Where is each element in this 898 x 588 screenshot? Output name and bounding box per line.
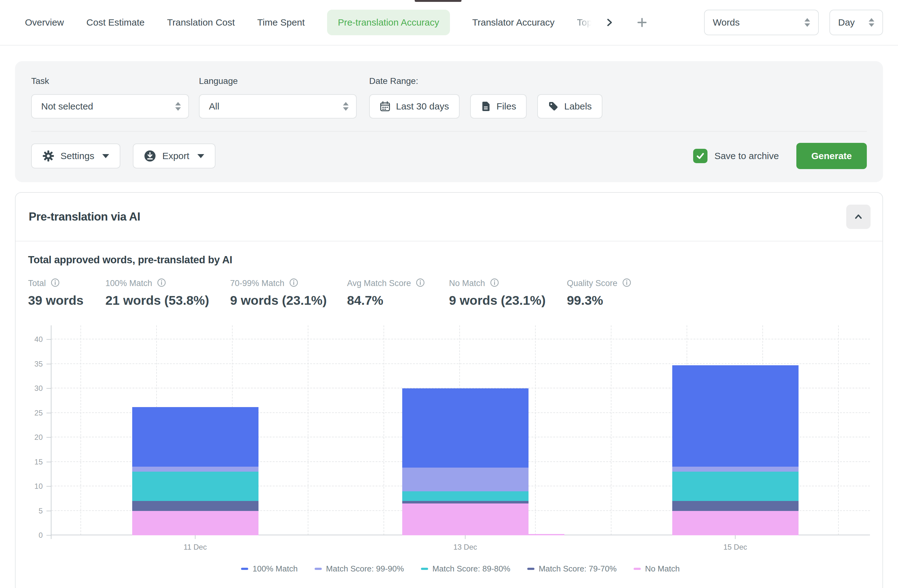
bar-segment-match-score-99-90 — [402, 468, 529, 491]
legend-item-match-score-79-70[interactable]: Match Score: 79-70% — [527, 564, 617, 574]
chevron-up-icon — [853, 211, 864, 222]
language-label: Language — [199, 76, 357, 86]
chevron-right-icon — [604, 17, 615, 28]
tab-time-spent[interactable]: Time Spent — [257, 17, 304, 28]
stat-quality-score: Quality Score99.3% — [567, 278, 631, 308]
select-arrows-icon — [804, 18, 810, 27]
file-icon — [481, 101, 491, 112]
collapse-card-button[interactable] — [846, 205, 870, 229]
y-axis-tick — [46, 364, 51, 364]
task-select[interactable]: Not selected — [31, 94, 189, 119]
stat-70-99-match: 70-99% Match9 words (23.1%) — [230, 278, 347, 308]
date-range-button-label: Last 30 days — [396, 101, 449, 112]
date-range-label: Date Range: — [369, 76, 603, 86]
y-axis-label: 30 — [34, 384, 43, 393]
bar-segment-100-match — [402, 388, 529, 468]
caret-down-icon — [102, 154, 109, 158]
bar-segment-match-score-89-80 — [402, 491, 529, 501]
y-axis-label: 35 — [34, 360, 43, 368]
tab-pre-translation-accuracy[interactable]: Pre-translation Accuracy — [327, 10, 450, 35]
y-axis-tick — [46, 462, 51, 462]
legend-item-match-score-99-90[interactable]: Match Score: 99-90% — [315, 564, 404, 574]
stacked-bar-11-dec[interactable] — [132, 339, 258, 535]
stacked-bar-15-dec[interactable] — [672, 339, 798, 535]
y-axis-label: 10 — [34, 482, 43, 491]
date-range-button[interactable]: Last 30 days — [369, 94, 460, 119]
chart-legend: 100% MatchMatch Score: 99-90%Match Score… — [51, 564, 870, 574]
generate-button[interactable]: Generate — [797, 143, 867, 169]
stat-label: 100% Match — [105, 279, 152, 288]
stacked-bar-13-dec[interactable] — [402, 339, 529, 535]
legend-marker-icon — [634, 568, 641, 570]
language-select[interactable]: All — [199, 94, 357, 119]
info-icon[interactable] — [416, 278, 425, 288]
legend-label: No Match — [645, 564, 680, 574]
info-icon[interactable] — [157, 278, 166, 288]
unit-select[interactable]: Words — [704, 10, 819, 35]
tab-cost-estimate[interactable]: Cost Estimate — [86, 17, 145, 28]
stat-avg-match-score: Avg Match Score84.7% — [347, 278, 449, 308]
legend-marker-icon — [527, 568, 534, 570]
select-arrows-icon — [869, 18, 874, 27]
y-axis-label: 0 — [38, 531, 43, 540]
y-axis-tick — [46, 535, 51, 536]
vertical-gridline — [383, 325, 384, 535]
check-icon — [696, 151, 705, 161]
info-icon[interactable] — [289, 278, 298, 288]
select-arrows-icon — [343, 102, 349, 111]
add-report-button[interactable] — [633, 13, 651, 32]
legend-label: Match Score: 99-90% — [326, 564, 404, 574]
info-icon[interactable] — [51, 278, 60, 288]
save-to-archive-checkbox[interactable] — [693, 149, 707, 163]
period-select[interactable]: Day — [829, 10, 883, 35]
select-arrows-icon — [175, 102, 181, 111]
stat-value: 84.7% — [347, 293, 449, 308]
x-axis-tick — [195, 535, 195, 539]
legend-item-no-match[interactable]: No Match — [634, 564, 680, 574]
legend-item-match-score-89-80[interactable]: Match Score: 89-80% — [421, 564, 511, 574]
settings-button[interactable]: Settings — [31, 143, 120, 168]
export-button[interactable]: Export — [133, 143, 215, 168]
unit-select-value: Words — [713, 17, 740, 28]
calendar-icon — [380, 101, 391, 112]
tab-translation-cost[interactable]: Translation Cost — [167, 17, 235, 28]
download-circle-icon — [144, 150, 156, 162]
bar-segment-no-match — [672, 511, 798, 536]
y-axis-label: 40 — [34, 335, 43, 344]
files-button[interactable]: Files — [470, 94, 527, 119]
tabs-overflow-chevron[interactable] — [600, 13, 619, 32]
tab-overview[interactable]: Overview — [25, 17, 64, 28]
tab-translator-accuracy[interactable]: Translator Accuracy — [472, 17, 555, 28]
x-axis-label: 11 Dec — [184, 543, 207, 551]
top-notch — [415, 0, 461, 2]
tabs-nav: OverviewCost EstimateTranslation CostTim… — [25, 10, 592, 35]
info-icon[interactable] — [490, 278, 499, 288]
stat-label: No Match — [449, 279, 485, 288]
x-axis-tick — [465, 535, 466, 539]
chart-plot-area[interactable]: 051015202530354011 Dec13 Dec15 Dec — [51, 325, 870, 535]
stat-value: 9 words (23.1%) — [449, 293, 567, 308]
labels-button[interactable]: Labels — [537, 94, 602, 119]
y-axis-label: 5 — [38, 506, 43, 515]
save-to-archive-label: Save to archive — [714, 151, 779, 161]
vertical-gridline — [838, 325, 839, 535]
card-title: Pre-translation via AI — [29, 210, 140, 223]
task-select-value: Not selected — [41, 101, 93, 112]
stat-label: 70-99% Match — [230, 279, 284, 288]
y-axis-label: 15 — [34, 458, 43, 466]
stat-100-match: 100% Match21 words (53.8%) — [105, 278, 230, 308]
near-zero-bar-segment — [528, 534, 564, 535]
stat-value: 9 words (23.1%) — [230, 293, 347, 308]
y-axis-tick — [46, 486, 51, 486]
bar-segment-match-score-79-70 — [402, 501, 529, 503]
stat-value: 99.3% — [567, 293, 631, 308]
tab-top[interactable]: Top — [577, 17, 592, 28]
info-icon[interactable] — [622, 278, 631, 288]
bar-segment-match-score-99-90 — [672, 466, 798, 472]
x-axis-tick — [735, 535, 735, 539]
y-axis-line — [51, 325, 51, 539]
stat-total: Total39 words — [28, 278, 105, 308]
gear-icon — [42, 150, 54, 162]
legend-item-100-match[interactable]: 100% Match — [241, 564, 298, 574]
vertical-gridline — [535, 325, 536, 535]
